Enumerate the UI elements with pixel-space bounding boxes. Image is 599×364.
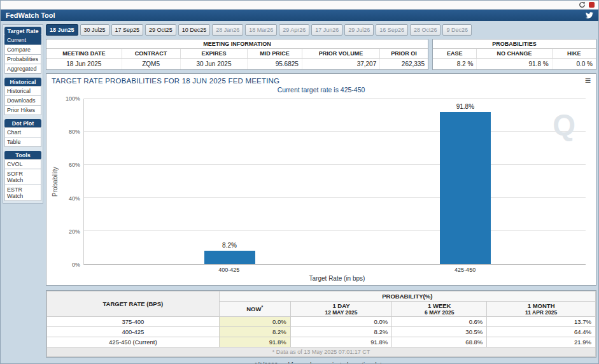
sidebar-item-prior-hikes[interactable]: Prior Hikes <box>4 105 41 115</box>
sidebar-item-compare[interactable]: Compare <box>4 45 41 55</box>
now-column-header: NOW* <box>219 302 290 317</box>
ease-header: EASE <box>433 49 477 59</box>
sidebar-header-tools: Tools <box>4 151 41 160</box>
sidebar-item-dot-plot-chart[interactable]: Chart <box>4 127 41 137</box>
sidebar-item-historical[interactable]: Historical <box>4 86 41 96</box>
tab-meeting-29apr26[interactable]: 29 Apr26 <box>279 24 309 36</box>
tab-meeting-10dec25[interactable]: 10 Dec25 <box>178 24 211 36</box>
bar-425-450: 91.8% <box>440 99 491 264</box>
prior-oi-header: PRIOR OI <box>380 49 428 59</box>
y-tick-80: 80% <box>69 129 80 135</box>
one-day-column-header: 1 DAY12 MAY 2025 <box>290 302 391 317</box>
chart-menu-icon[interactable]: ≡ <box>585 77 591 85</box>
expires-header: EXPIRES <box>180 49 248 59</box>
tab-meeting-16sep26[interactable]: 16 Sep26 <box>376 24 408 36</box>
table-row-375-400: 375-400 0.0% 0.0% 0.6% 13.7% <box>47 317 596 327</box>
target-rate-chart-panel: TARGET RATE PROBABILITIES FOR 18 JUN 202… <box>46 73 596 286</box>
bar-value-label-425-450: 91.8% <box>440 103 491 110</box>
mid-price-header: MID PRICE <box>248 49 302 59</box>
gridline-60 <box>84 164 586 165</box>
bar-rect-400-425 <box>204 251 255 264</box>
bar-value-label-400-425: 8.2% <box>204 242 255 249</box>
tab-meeting-28oct26[interactable]: 28 Oct26 <box>410 24 441 36</box>
gridline-100 <box>84 98 586 99</box>
one-day-value: 0.0% <box>290 317 391 327</box>
one-week-value: 0.6% <box>392 317 487 327</box>
mid-price-value: 95.6825 <box>248 59 302 70</box>
tab-meeting-9dec26[interactable]: 9 Dec26 <box>442 24 472 36</box>
sidebar-item-aggregated[interactable]: Aggregated <box>4 64 41 74</box>
y-tick-0: 0% <box>72 262 80 268</box>
rate-cell: 375-400 <box>47 317 220 327</box>
now-value: 91.8% <box>219 337 290 347</box>
bar-rect-425-450 <box>440 112 491 264</box>
no-change-value: 91.8 % <box>477 59 552 70</box>
app-title: FedWatch Tool <box>6 11 55 19</box>
refresh-icon[interactable] <box>579 1 586 8</box>
x-tick-425-450: 425-450 <box>455 267 476 273</box>
sidebar-item-probabilities[interactable]: Probabilities <box>4 54 41 64</box>
prior-volume-header: PRIOR VOLUME <box>302 49 379 59</box>
sidebar: Target Rate Current Compare Probabilitie… <box>3 24 43 204</box>
sidebar-item-dot-plot-table[interactable]: Table <box>4 137 41 147</box>
projected-meetings-note: 1/1/2026 and forward are projected meeti… <box>46 361 596 363</box>
bar-400-425: 8.2% <box>204 99 255 264</box>
tab-meeting-18mar26[interactable]: 18 Mar26 <box>245 24 277 36</box>
probability-group-header: PROBABILITY(%) <box>219 291 595 302</box>
sidebar-item-estr-watch[interactable]: ESTR Watch <box>4 185 41 201</box>
tab-meeting-17sep25[interactable]: 17 Sep25 <box>111 24 144 36</box>
gridline-20 <box>84 230 586 231</box>
title-bar: FedWatch Tool <box>1 10 598 21</box>
one-month-column-header: 1 MONTH11 APR 2025 <box>487 302 596 317</box>
meeting-tabs: 18 Jun25 30 Jul25 17 Sep25 29 Oct25 10 D… <box>46 24 596 36</box>
sidebar-item-downloads[interactable]: Downloads <box>4 95 41 106</box>
ease-value: 8.2 % <box>433 59 477 70</box>
now-value: 8.2% <box>219 327 290 337</box>
twitter-icon[interactable] <box>586 11 593 19</box>
tab-meeting-30jul25[interactable]: 30 Jul25 <box>80 24 109 36</box>
meeting-info-title: MEETING INFORMATION <box>46 39 428 49</box>
rate-cell: 425-450 (Current) <box>47 337 220 347</box>
probabilities-title: PROBABILITIES <box>433 39 596 49</box>
x-tick-400-425: 400-425 <box>218 267 239 273</box>
gridline-40 <box>84 197 586 198</box>
y-tick-20: 20% <box>69 228 80 235</box>
sidebar-item-sofr-watch[interactable]: SOFR Watch <box>4 169 41 185</box>
y-tick-100: 100% <box>66 95 80 102</box>
hike-header: HIKE <box>552 49 596 59</box>
chart-plot-area: Probability 0% 20% 40% 60% 80% 100% <box>52 99 591 265</box>
data-as-of-footnote: * Data as of 13 May 2025 07:01:17 CT <box>47 347 596 357</box>
probabilities-summary-panel: PROBABILITIES EASE NO CHANGE HIKE 8.2 % … <box>432 39 596 70</box>
tab-meeting-17jun26[interactable]: 17 Jun26 <box>311 24 342 36</box>
sidebar-header-dot-plot: Dot Plot <box>4 119 41 128</box>
chart-title: TARGET RATE PROBABILITIES FOR 18 JUN 202… <box>52 77 279 85</box>
sidebar-header-historical: Historical <box>4 78 41 87</box>
quikstrike-logo-icon[interactable] <box>589 2 595 8</box>
one-week-column-header: 1 WEEK6 MAY 2025 <box>392 302 487 317</box>
meeting-date-header: MEETING DATE <box>46 49 122 59</box>
one-week-value: 30.5% <box>392 327 487 337</box>
one-month-value: 13.7% <box>487 317 596 327</box>
meeting-info-panel: MEETING INFORMATION MEETING DATE CONTRAC… <box>46 39 428 70</box>
one-week-value: 68.8% <box>392 337 487 347</box>
tab-meeting-28jan26[interactable]: 28 Jan26 <box>212 24 243 36</box>
contract-value: ZQM5 <box>122 59 180 70</box>
target-rate-bps-header: TARGET RATE (BPS) <box>47 291 220 317</box>
plot-region: 8.2% 91.8% Q <box>83 99 586 265</box>
one-day-value: 91.8% <box>290 337 391 347</box>
one-day-value: 8.2% <box>290 327 391 337</box>
probability-history-table: TARGET RATE (BPS) PROBABILITY(%) NOW* 1 … <box>46 290 596 358</box>
prior-volume-value: 37,207 <box>302 59 379 70</box>
y-tick-60: 60% <box>69 162 80 168</box>
x-axis-ticks: 400-425 425-450 <box>83 265 586 274</box>
tab-meeting-29jul26[interactable]: 29 Jul26 <box>344 24 374 36</box>
tab-meeting-29oct25[interactable]: 29 Oct25 <box>145 24 176 36</box>
sidebar-header-target-rate: Target Rate <box>4 27 41 36</box>
system-strip <box>1 1 598 10</box>
hike-value: 0.0 % <box>552 59 596 70</box>
sidebar-item-cvol[interactable]: CVOL <box>4 159 41 169</box>
tab-meeting-18jun25[interactable]: 18 Jun25 <box>46 24 78 36</box>
chart-subtitle: Current target rate is 425-450 <box>52 86 591 94</box>
contract-header: CONTRACT <box>122 49 180 59</box>
sidebar-item-current[interactable]: Current <box>4 35 41 45</box>
